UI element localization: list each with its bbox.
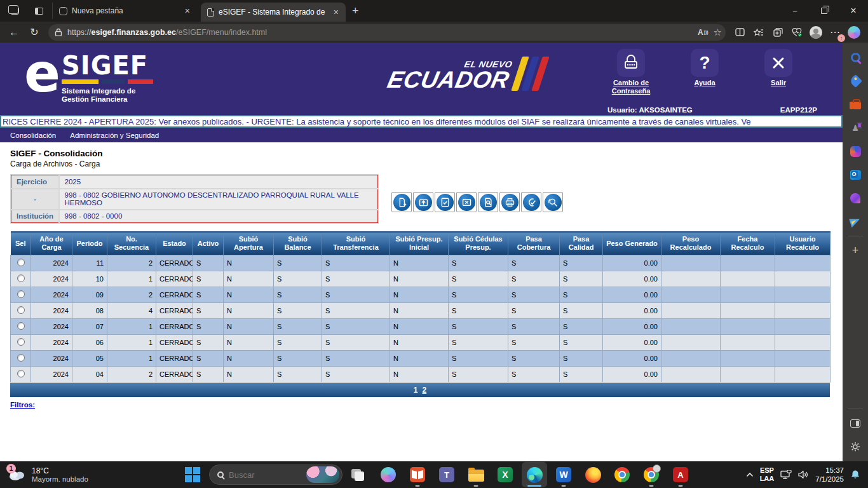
taskbar-task-view-icon[interactable] xyxy=(346,462,372,487)
taskbar-firefox-icon[interactable] xyxy=(580,462,606,487)
cell xyxy=(721,287,775,302)
cell: CERRADO xyxy=(156,271,193,287)
tab-close-icon[interactable]: × xyxy=(183,6,192,16)
cell xyxy=(721,334,775,350)
new-record-button[interactable] xyxy=(391,192,412,212)
taskbar-acrobat-icon[interactable]: A xyxy=(668,462,693,487)
window-controls: − × xyxy=(780,0,868,22)
window-minimize-button[interactable]: − xyxy=(780,0,810,22)
tab-close-icon[interactable]: × xyxy=(332,7,341,17)
cell: N xyxy=(224,318,274,334)
consult-button[interactable] xyxy=(543,192,563,212)
cell xyxy=(661,287,721,302)
window-restore-button[interactable] xyxy=(810,0,839,22)
entidad-label: - xyxy=(11,189,59,210)
address-bar[interactable]: https://esigef.finanzas.gob.ec/eSIGEF/me… xyxy=(48,24,726,41)
favorites-icon[interactable] xyxy=(750,24,768,41)
tray-chevron-icon[interactable] xyxy=(746,472,754,477)
help-button[interactable]: ? Ayuda xyxy=(677,49,732,95)
cell: S xyxy=(508,271,560,287)
sidebar-drop-icon[interactable] xyxy=(846,212,865,231)
new-tab-button[interactable]: + xyxy=(346,4,365,18)
taskbar-search[interactable] xyxy=(209,464,342,485)
taskbar-teams-icon[interactable]: T xyxy=(434,462,459,487)
taskbar-word-icon[interactable]: W xyxy=(551,462,576,487)
sidebar-games-icon[interactable]: ♟ xyxy=(846,118,865,137)
sidebar-designer-icon[interactable] xyxy=(846,189,865,208)
read-aloud-icon[interactable]: A))) xyxy=(698,28,709,37)
row-select-radio[interactable] xyxy=(17,290,25,298)
split-screen-icon[interactable] xyxy=(731,24,749,41)
esigef-logo: e SIGEF Sistema Integrado de Gestión Fin… xyxy=(24,49,153,104)
row-select-radio[interactable] xyxy=(17,338,25,346)
sidebar-outlook-icon[interactable] xyxy=(846,165,865,184)
print-button[interactable] xyxy=(499,192,520,212)
cell xyxy=(721,350,775,366)
taskbar-explorer-icon[interactable] xyxy=(463,462,489,487)
sidebar-search-icon[interactable] xyxy=(846,48,865,67)
tab-nueva-pestana[interactable]: Nueva pestaña × xyxy=(52,3,197,19)
clock[interactable]: 15:37 7/1/2025 xyxy=(815,466,844,484)
taskbar-start-button[interactable] xyxy=(180,462,205,487)
approve-button[interactable] xyxy=(521,192,541,212)
row-select-radio[interactable] xyxy=(17,274,25,282)
workspaces-icon[interactable] xyxy=(5,3,24,19)
collections-icon[interactable] xyxy=(769,24,787,41)
delete-file-button[interactable] xyxy=(456,192,477,212)
cell: S xyxy=(449,366,508,382)
taskbar-copilot-icon[interactable] xyxy=(376,462,401,487)
change-password-button[interactable]: Cambio de Contraseña xyxy=(604,49,658,95)
cell: 07 xyxy=(72,318,107,334)
cell: N xyxy=(224,366,274,382)
sidebar-panel-icon[interactable] xyxy=(846,414,865,433)
row-select-radio[interactable] xyxy=(17,322,25,330)
table-row: 2024084CERRADOSNSSNSSS0.00 xyxy=(11,302,831,318)
tab-esigef[interactable]: eSIGEF - Sistema Integrado de G × xyxy=(201,3,346,22)
taskbar-pdf-reader-icon[interactable] xyxy=(405,462,430,487)
settings-more-icon[interactable]: ⋯↑ xyxy=(826,24,844,41)
taskbar-edge-icon[interactable] xyxy=(522,462,547,487)
weather-widget[interactable]: 1 18°C Mayorm. nublado xyxy=(0,466,133,483)
tab-actions-icon[interactable] xyxy=(29,3,48,19)
volume-icon[interactable] xyxy=(798,470,809,479)
sidebar-m365-icon[interactable] xyxy=(846,142,865,161)
row-select-radio[interactable] xyxy=(17,259,25,266)
row-select-radio[interactable] xyxy=(17,354,25,362)
row-select-radio[interactable] xyxy=(17,370,25,377)
filters-link[interactable]: Filtros: xyxy=(10,401,35,409)
column-header: Subió Transferencia xyxy=(322,232,390,255)
table-header-row: SelAño de CargaPeriodoNo. SecuenciaEstad… xyxy=(11,232,831,255)
cell: CERRADO xyxy=(156,318,193,334)
browser-essentials-icon[interactable] xyxy=(788,24,806,41)
taskbar-excel-icon[interactable]: X xyxy=(492,462,518,487)
logout-button[interactable]: Salir xyxy=(751,49,806,95)
network-icon[interactable] xyxy=(780,470,792,480)
menu-item-administraci-n-y-seguridad[interactable]: Administración y Seguridad xyxy=(70,132,159,139)
notification-bell-icon[interactable] xyxy=(850,470,860,480)
row-select-radio[interactable] xyxy=(17,306,25,314)
sidebar-shopping-icon[interactable] xyxy=(846,71,865,90)
cell: S xyxy=(560,350,603,366)
cell: S xyxy=(508,350,560,366)
profile-avatar[interactable] xyxy=(807,24,825,41)
upload-file-button[interactable] xyxy=(413,192,433,212)
cell: N xyxy=(224,287,274,302)
back-button[interactable]: ← xyxy=(5,24,23,41)
sidebar-settings-icon[interactable] xyxy=(846,437,865,456)
favorite-star-icon[interactable]: ☆ xyxy=(714,27,722,38)
page-link-2[interactable]: 2 xyxy=(423,386,427,395)
validate-file-button[interactable] xyxy=(435,192,455,212)
menu-item-consolidaci-n[interactable]: Consolidación xyxy=(10,132,56,139)
taskbar-chrome-alt-icon[interactable] xyxy=(639,462,664,487)
search-input[interactable] xyxy=(229,470,301,480)
view-detail-button[interactable] xyxy=(478,192,498,212)
institucion-label: Institución xyxy=(11,210,59,224)
sidebar-tools-icon[interactable] xyxy=(846,95,865,114)
language-indicator[interactable]: ESP LAA xyxy=(760,466,775,483)
taskbar-chrome-icon[interactable] xyxy=(609,462,635,487)
sidebar-add-icon[interactable]: + xyxy=(846,241,865,260)
refresh-button[interactable]: ↻ xyxy=(25,24,43,41)
cell: N xyxy=(224,271,274,287)
copilot-icon[interactable] xyxy=(845,24,863,41)
window-close-button[interactable]: × xyxy=(839,0,868,22)
